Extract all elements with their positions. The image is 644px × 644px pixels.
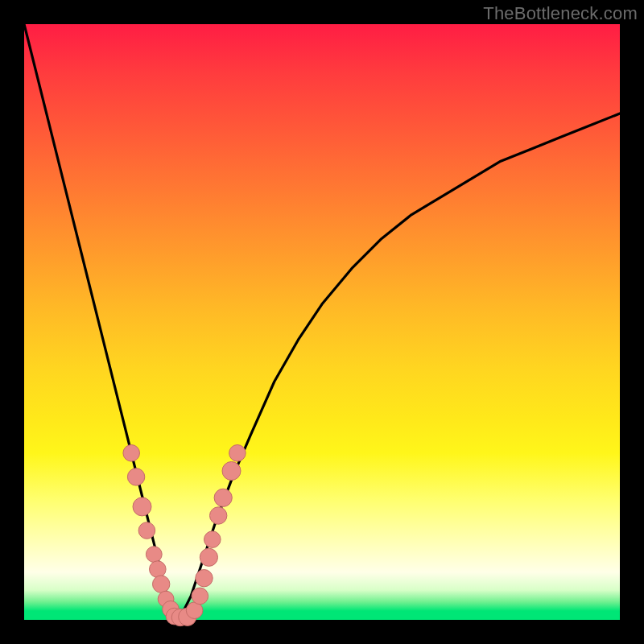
curve-left-branch bbox=[24, 24, 179, 620]
marker-left-3 bbox=[138, 522, 155, 539]
chart-svg bbox=[24, 24, 620, 620]
chart-frame: TheBottleneck.com bbox=[0, 0, 644, 644]
bottleneck-curves bbox=[24, 24, 620, 620]
marker-right-3 bbox=[204, 531, 221, 548]
marker-right-0 bbox=[192, 588, 208, 605]
marker-right-4 bbox=[210, 507, 227, 524]
marker-right-6 bbox=[222, 462, 241, 481]
marker-right-1 bbox=[196, 570, 213, 587]
watermark-text: TheBottleneck.com bbox=[483, 3, 638, 24]
marker-right-2 bbox=[200, 548, 217, 566]
marker-right-5 bbox=[214, 489, 232, 506]
marker-left-6 bbox=[153, 576, 170, 592]
curve-right-branch bbox=[179, 114, 620, 620]
marker-right-7 bbox=[229, 445, 246, 462]
marker-left-5 bbox=[150, 561, 167, 578]
marker-left-0 bbox=[123, 445, 140, 462]
marker-left-1 bbox=[127, 469, 144, 485]
data-markers bbox=[123, 445, 246, 626]
marker-left-2 bbox=[133, 497, 151, 516]
marker-left-4 bbox=[146, 547, 162, 563]
